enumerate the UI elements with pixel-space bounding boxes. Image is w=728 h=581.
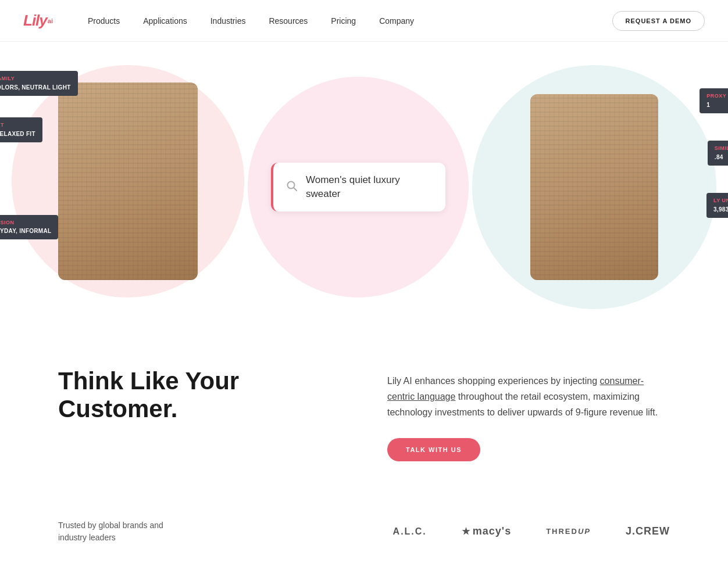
tag-similarity-value: SIMILARITY VALUE .84 bbox=[708, 141, 728, 166]
main-headline: Think Like Your Customer. bbox=[58, 367, 341, 424]
sweater-texture-right bbox=[530, 94, 658, 280]
hero-right-circle: PROXY PRODUCT 1 SIMILARITY VALUE .84 LY … bbox=[472, 65, 716, 309]
consumer-centric-link[interactable]: consumer-centric language bbox=[387, 376, 644, 401]
brands-tagline: Trusted by global brands and industry le… bbox=[58, 519, 174, 544]
sweater-image-left bbox=[58, 83, 198, 280]
brands-section: Trusted by global brands and industry le… bbox=[0, 496, 728, 579]
logo-text: Lily bbox=[23, 12, 47, 30]
brand-alc: A.L.C. bbox=[393, 526, 427, 537]
nav-pricing[interactable]: Pricing bbox=[331, 16, 356, 26]
search-query-text: Women's quiet luxury sweater bbox=[306, 173, 433, 201]
tag-occasion: OCCASION EVERYDAY, INFORMAL bbox=[0, 215, 58, 240]
hero-left-circle: COLOR FAMILY LIGHT COLORS, NEUTRAL LIGHT… bbox=[12, 65, 244, 297]
tag-occasion-value: EVERYDAY, INFORMAL bbox=[0, 227, 51, 235]
logo[interactable]: Lily ai bbox=[23, 12, 53, 30]
tag-ly-unit-sales: LY UNIT SALES 3,983 bbox=[706, 193, 728, 218]
talk-with-us-button[interactable]: TALK WITH US bbox=[387, 438, 480, 461]
brand-logos-container: A.L.C. macy's THREDUP J.CREW bbox=[209, 525, 670, 537]
nav-company[interactable]: Company bbox=[379, 16, 414, 26]
sweater-image-right bbox=[530, 94, 658, 280]
tag-fit-value: RELAXED FIT bbox=[0, 130, 35, 138]
request-demo-button[interactable]: REQUEST A DEMO bbox=[612, 11, 705, 31]
tag-fit: FIT RELAXED FIT bbox=[0, 117, 42, 142]
logo-ai: ai bbox=[48, 17, 53, 24]
tag-fit-label: FIT bbox=[0, 121, 35, 130]
body-paragraph: Lily AI enhances shopping experiences by… bbox=[387, 373, 670, 421]
tag-proxy-product: PROXY PRODUCT 1 bbox=[700, 88, 728, 113]
search-icon bbox=[286, 180, 298, 194]
tag-color-label: COLOR FAMILY bbox=[0, 75, 71, 83]
hero-mid-circle: Women's quiet luxury sweater bbox=[248, 77, 469, 297]
nav-resources[interactable]: Resources bbox=[269, 16, 308, 26]
brand-macys: macy's bbox=[462, 525, 511, 537]
value-prop-section: Think Like Your Customer. Lily AI enhanc… bbox=[0, 344, 728, 496]
sweater-texture-left bbox=[58, 83, 198, 280]
tag-similarity-val: .84 bbox=[715, 153, 728, 162]
brand-thredup: THREDUP bbox=[546, 527, 591, 536]
search-box: Women's quiet luxury sweater bbox=[271, 163, 445, 211]
body-container: Lily AI enhances shopping experiences by… bbox=[387, 367, 670, 461]
tag-ly-value: 3,983 bbox=[713, 205, 728, 214]
nav-applications[interactable]: Applications bbox=[143, 16, 187, 26]
brand-jcrew: J.CREW bbox=[626, 525, 670, 537]
nav-industries[interactable]: Industries bbox=[210, 16, 246, 26]
tag-proxy-value: 1 bbox=[706, 101, 728, 109]
nav-links: Products Applications Industries Resourc… bbox=[88, 16, 612, 26]
tag-color-value: LIGHT COLORS, NEUTRAL LIGHT bbox=[0, 83, 71, 92]
headline-container: Think Like Your Customer. bbox=[58, 367, 341, 435]
hero-section: COLOR FAMILY LIGHT COLORS, NEUTRAL LIGHT… bbox=[0, 42, 728, 344]
svg-line-1 bbox=[294, 188, 297, 191]
navbar: Lily ai Products Applications Industries… bbox=[0, 0, 728, 42]
tag-occasion-label: OCCASION bbox=[0, 219, 51, 227]
nav-products[interactable]: Products bbox=[88, 16, 120, 26]
tag-color-family: COLOR FAMILY LIGHT COLORS, NEUTRAL LIGHT bbox=[0, 71, 78, 96]
tag-similarity-label: SIMILARITY VALUE bbox=[715, 145, 728, 153]
tag-ly-label: LY UNIT SALES bbox=[713, 197, 728, 205]
tag-proxy-label: PROXY PRODUCT bbox=[706, 92, 728, 101]
